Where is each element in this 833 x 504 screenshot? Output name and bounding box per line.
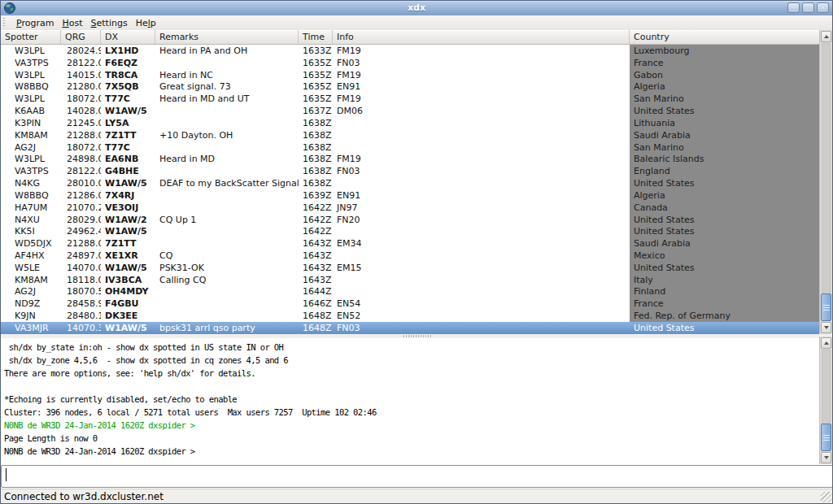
close-button[interactable]: ✕ [817,2,829,13]
list-scroll-up-button[interactable] [821,31,831,42]
spot-row[interactable]: KM8AM 18118.0 IV3BCA Calling CQ 1643Z It… [1,274,821,286]
spot-row[interactable]: W5LE 14070.0 W1AW/5 PSK31-OK 1643Z EM15 … [1,262,821,274]
cell-spotter: VA3TPS [1,57,61,69]
terminal-line: N0NB de WR3D 24-Jan-2014 1620Z dxspider … [4,419,820,432]
cell-time: 1638Z [299,129,333,141]
terminal-scroll-up-button[interactable] [821,337,831,349]
cell-info [333,117,630,129]
cell-info [333,177,630,189]
cell-dx: LX1HD [101,45,155,57]
menubar-grip-icon[interactable] [3,18,7,28]
column-header-country[interactable]: Country [630,30,821,44]
spot-row[interactable]: VA3TPS 28122.0 F6EQZ 1635Z FN03 France [1,57,821,69]
cell-qrg: 28458.9 [61,298,101,310]
cell-dx: 7Z1TT [101,129,155,141]
terminal-scrollbar [819,337,832,464]
column-header-qrg[interactable]: QRG [61,30,101,44]
window-title: xdx [1,2,832,13]
spot-row[interactable]: KK5I 24962.4 W1AW/5 1642Z United States [1,225,821,237]
column-header-dx[interactable]: DX [101,30,155,44]
spot-row[interactable]: W3LPL 18072.0 T77C Heard in MD and UT 16… [1,93,821,105]
cell-spotter: K9JN [1,310,61,322]
spot-row[interactable]: W3LPL 24898.0 EA6NB Heard in MD 1638Z FM… [1,153,821,165]
spot-row[interactable]: K6AAB 14028.0 W1AW/5 1637Z DM06 United S… [1,105,821,117]
menu-program[interactable]: Program [12,16,58,30]
cell-dx: 7X4RJ [101,189,155,202]
spot-row[interactable]: HA7UM 21070.2 VE3OIJ 1642Z JN97 Canada [1,202,821,214]
cell-qrg: 21288.0 [61,237,101,250]
spot-row[interactable]: N4KG 28010.0 W1AW/5 DEAF to my BackScatt… [1,177,821,189]
column-header-remarks[interactable]: Remarks [155,30,299,44]
cell-dx: F4GBU [101,298,155,310]
list-scrollbar-trough[interactable] [822,43,831,321]
cell-country: England [630,165,821,177]
maximize-button[interactable]: □ [802,2,814,13]
spot-row[interactable]: VA3TPS 28122.0 G4BHE 1638Z FN03 England [1,165,821,177]
list-scrollbar-thumb[interactable] [821,293,831,321]
cell-country: Algeria [630,80,821,93]
spot-row[interactable]: KM8AM 21288.0 7Z1TT +10 Dayton. OH 1638Z… [1,129,821,141]
spot-row[interactable]: AF4HX 24897.0 XE1XR CQ 1643Z Mexico [1,250,821,262]
cell-time: 1644Z [299,286,333,298]
cell-info: EM15 [333,262,630,274]
cell-country: Balearic Islands [630,153,821,165]
titlebar[interactable]: xdx — □ ✕ [1,1,832,16]
menu-settings[interactable]: Settings [87,16,132,30]
spot-row[interactable]: N4XU 28029.0 W1AW/2 CQ Up 1 1642Z FN20 U… [1,214,821,226]
scroll-down-icon [824,326,829,329]
cell-spotter: N4XU [1,214,61,226]
spot-row[interactable]: AG2J 18072.0 T77C 1638Z San Marino [1,141,821,154]
cell-time: 1643Z [299,274,333,286]
column-header-time[interactable]: Time [299,30,333,44]
spot-row[interactable]: W8BBQ 21280.0 7X5QB Great signal. 73 163… [1,80,821,93]
cell-qrg: 18072.0 [61,141,101,154]
cell-time: 1635Z [299,93,333,105]
cell-remarks [155,202,299,214]
column-header-info[interactable]: Info [333,30,630,44]
terminal-line: There are more options, see: 'help sh/dx… [4,367,820,380]
cell-country: United States [630,225,821,237]
cell-dx: F6EQZ [101,57,155,69]
cell-remarks: Great signal. 73 [155,80,299,93]
cell-spotter: WD5DJX [1,237,61,250]
spot-row[interactable]: K9JN 28480.1 DK3EE 1648Z EN52 Fed. Rep. … [1,310,821,322]
window-controls: — □ ✕ [787,2,829,13]
spot-row[interactable]: VA3MJR 14070.3 W1AW/5 bpsk31 arrl qso pa… [1,322,821,334]
cell-remarks [155,237,299,250]
cell-qrg: 18118.0 [61,274,101,286]
splitter-grip-icon [403,335,433,337]
cell-qrg: 24898.0 [61,153,101,165]
command-input[interactable] [1,465,833,488]
terminal-line: Cluster: 396 nodes, 6 local / 5271 total… [4,406,820,419]
spot-row[interactable]: W8BBQ 21286.0 7X4RJ 1639Z EN91 Algeria [1,189,821,202]
minimize-button[interactable]: — [787,2,800,13]
menu-help[interactable]: Help [132,16,160,30]
cell-country: United States [630,262,821,274]
cell-spotter: W5LE [1,262,61,274]
spot-row[interactable]: W3LPL 28024.9 LX1HD Heard in PA and OH 1… [1,45,821,57]
column-header-spotter[interactable]: Spotter [1,30,61,44]
cell-country: United States [630,105,821,117]
terminal-output: sh/dx by_state in:oh - show dx spotted i… [1,338,820,464]
cell-qrg: 18070.5 [61,286,101,298]
cell-info: FN03 [333,165,630,177]
cell-qrg: 28480.1 [61,310,101,322]
spot-row[interactable]: W3LPL 14015.0 TR8CA Heard in NC 1635Z FM… [1,69,821,81]
cell-info: FN20 [333,214,630,226]
cell-country: San Marino [630,93,821,105]
spot-row[interactable]: WD5DJX 21288.0 7Z1TT 1643Z EM34 Saudi Ar… [1,237,821,250]
menu-host[interactable]: Host [58,16,86,30]
resize-grip-icon[interactable] [821,492,831,502]
list-scroll-down-button[interactable] [821,322,831,333]
spot-row[interactable]: AG2J 18070.5 OH4MDY 1644Z Finland [1,286,821,298]
cell-spotter: W3LPL [1,45,61,57]
terminal-scroll-down-button[interactable] [821,452,831,463]
cell-country: France [630,298,821,310]
terminal-scrollbar-thumb[interactable] [821,424,831,451]
cell-country: San Marino [630,141,821,154]
spot-row[interactable]: ND9Z 28458.9 F4GBU 1646Z EN54 France [1,298,821,310]
spot-row[interactable]: K3PIN 21245.0 LY5A 1638Z Lithuania [1,117,821,129]
cell-info [333,225,630,237]
cell-dx: T77C [101,141,155,154]
spot-list: W3LPL 28024.9 LX1HD Heard in PA and OH 1… [1,45,821,334]
